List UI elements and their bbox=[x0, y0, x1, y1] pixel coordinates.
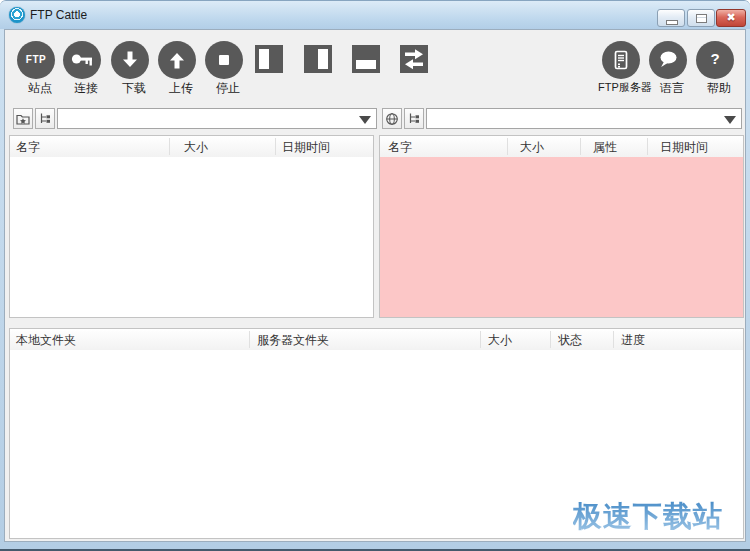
local-column-size[interactable]: 大小 bbox=[184, 139, 208, 156]
folder-tree-icon bbox=[407, 112, 421, 126]
column-divider[interactable] bbox=[249, 331, 250, 348]
stop-button[interactable] bbox=[205, 41, 243, 79]
column-divider[interactable] bbox=[550, 331, 551, 348]
queue-column-progress[interactable]: 进度 bbox=[621, 332, 645, 349]
titlebar[interactable]: FTP Cattle ✖ bbox=[0, 1, 750, 29]
remote-path-combobox[interactable] bbox=[426, 108, 742, 129]
remote-column-attr[interactable]: 属性 bbox=[593, 139, 617, 156]
maximize-button[interactable] bbox=[687, 9, 715, 27]
chevron-down-icon[interactable] bbox=[359, 116, 371, 124]
local-file-panel: 名字 大小 日期时间 bbox=[9, 135, 374, 318]
key-icon bbox=[70, 48, 94, 72]
stop-icon bbox=[212, 48, 236, 72]
help-button[interactable]: ? bbox=[696, 41, 734, 79]
local-favorites-button[interactable] bbox=[13, 108, 33, 129]
watermark-text: 极速下载站 bbox=[573, 497, 723, 537]
remote-site-button[interactable] bbox=[382, 108, 402, 129]
remote-tree-view-button[interactable] bbox=[404, 108, 424, 129]
remote-column-size[interactable]: 大小 bbox=[520, 139, 544, 156]
local-column-datetime[interactable]: 日期时间 bbox=[282, 139, 330, 156]
layout-left-pane-button[interactable] bbox=[255, 45, 283, 73]
ftp-server-icon bbox=[609, 48, 633, 72]
upload-icon bbox=[165, 48, 189, 72]
upload-button[interactable] bbox=[158, 41, 196, 79]
column-divider[interactable] bbox=[507, 138, 508, 155]
column-divider[interactable] bbox=[647, 138, 648, 155]
column-divider[interactable] bbox=[169, 138, 170, 155]
client-area: FTP 站点 连接 下载 上传 bbox=[4, 29, 746, 542]
transfer-arrows-icon bbox=[400, 45, 428, 73]
minimize-icon bbox=[666, 20, 678, 25]
language-button[interactable] bbox=[649, 41, 687, 79]
column-divider[interactable] bbox=[275, 138, 276, 155]
close-button[interactable]: ✖ bbox=[716, 9, 746, 27]
layout-right-pane-button[interactable] bbox=[304, 45, 332, 73]
app-window: FTP Cattle ✖ FTP 站点 连接 下载 bbox=[0, 0, 750, 551]
ftp-site-icon: FTP bbox=[17, 54, 55, 65]
column-divider[interactable] bbox=[580, 138, 581, 155]
remote-file-panel: 名字 大小 属性 日期时间 bbox=[379, 135, 744, 318]
layout-bottom-pane-button[interactable] bbox=[352, 45, 380, 73]
chevron-down-icon[interactable] bbox=[724, 116, 736, 124]
layout-right-pane-icon bbox=[318, 49, 328, 69]
column-divider[interactable] bbox=[480, 331, 481, 348]
stop-button-label: 停止 bbox=[196, 80, 260, 97]
app-logo-icon bbox=[9, 7, 25, 23]
transfer-queue-header: 本地文件夹 服务器文件夹 大小 状态 进度 bbox=[10, 329, 743, 351]
queue-column-server-folder[interactable]: 服务器文件夹 bbox=[257, 332, 329, 349]
maximize-icon bbox=[696, 14, 707, 23]
remote-file-list[interactable] bbox=[380, 157, 743, 317]
folder-tree-icon bbox=[38, 112, 52, 126]
site-button[interactable]: FTP bbox=[17, 41, 55, 79]
favorites-folder-icon bbox=[16, 112, 30, 126]
download-icon bbox=[118, 48, 142, 72]
window-title: FTP Cattle bbox=[30, 8, 87, 22]
ftp-server-button[interactable] bbox=[602, 41, 640, 79]
remote-file-panel-header: 名字 大小 属性 日期时间 bbox=[380, 136, 743, 158]
layout-bottom-pane-icon bbox=[356, 60, 376, 69]
local-column-name[interactable]: 名字 bbox=[16, 139, 40, 156]
queue-column-local-folder[interactable]: 本地文件夹 bbox=[16, 332, 76, 349]
local-path-combobox[interactable] bbox=[57, 108, 377, 129]
queue-column-size[interactable]: 大小 bbox=[488, 332, 512, 349]
transfer-direction-button[interactable] bbox=[400, 45, 428, 73]
local-tree-view-button[interactable] bbox=[35, 108, 55, 129]
language-bubble-icon bbox=[656, 48, 680, 72]
column-divider[interactable] bbox=[613, 331, 614, 348]
remote-column-datetime[interactable]: 日期时间 bbox=[660, 139, 708, 156]
remote-column-name[interactable]: 名字 bbox=[388, 139, 412, 156]
local-file-panel-header: 名字 大小 日期时间 bbox=[10, 136, 373, 158]
close-icon: ✖ bbox=[717, 11, 745, 24]
minimize-button[interactable] bbox=[657, 9, 685, 27]
help-button-label: 帮助 bbox=[687, 80, 750, 97]
layout-left-pane-icon bbox=[259, 49, 269, 69]
globe-icon bbox=[385, 112, 399, 126]
queue-column-status[interactable]: 状态 bbox=[558, 332, 582, 349]
local-file-list[interactable] bbox=[10, 157, 373, 317]
help-icon: ? bbox=[696, 50, 734, 67]
connect-button[interactable] bbox=[63, 41, 101, 79]
download-button[interactable] bbox=[111, 41, 149, 79]
